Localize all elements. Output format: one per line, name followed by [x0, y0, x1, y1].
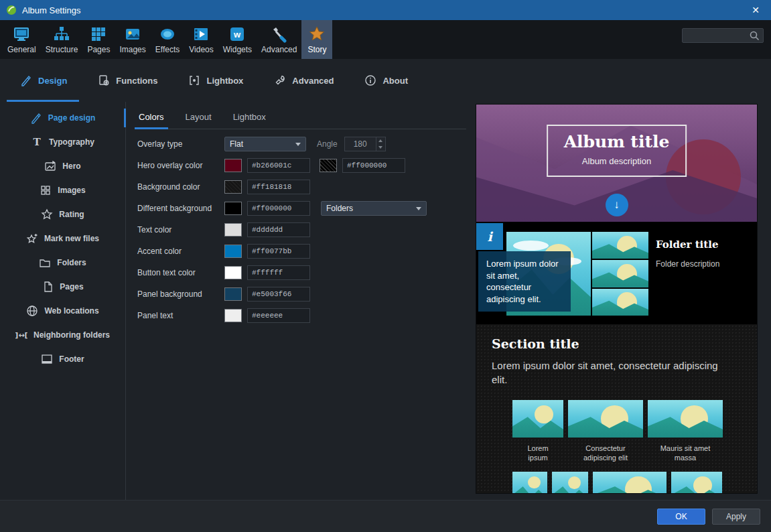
tab-structure-label: Structure: [46, 45, 78, 54]
grid-icon: [40, 184, 52, 196]
tab-lightbox[interactable]: Lightbox: [232, 112, 267, 129]
panel-background-swatch[interactable]: [224, 287, 242, 301]
background-color-swatch[interactable]: [224, 180, 242, 194]
thumbnail-art[interactable]: [593, 472, 667, 494]
window-title: Album Settings: [22, 5, 80, 15]
tab-layout[interactable]: Layout: [184, 112, 213, 129]
angle-spin-buttons[interactable]: [376, 137, 385, 151]
accent-color-hex-input[interactable]: [247, 244, 310, 259]
button-text-color-swatch[interactable]: [224, 266, 242, 279]
ok-button[interactable]: OK: [657, 509, 705, 525]
tab-general[interactable]: General: [3, 20, 41, 59]
folder-overlay-text: Lorem ipsum dolor sit amet, consectetur …: [478, 251, 571, 312]
tab-structure[interactable]: Structure: [41, 20, 83, 59]
different-background-dropdown[interactable]: Folders: [321, 201, 427, 216]
stack-art: [592, 289, 648, 316]
sidebar-item-folders[interactable]: Folders: [0, 251, 125, 275]
sidebar-item-typography[interactable]: T Typography: [0, 130, 125, 154]
sidebar-item-page-design[interactable]: Page design: [0, 106, 125, 130]
chevron-down-icon: [295, 143, 301, 146]
tab-colors[interactable]: Colors: [137, 112, 165, 129]
sidebar-item-label: Folders: [57, 258, 86, 267]
hero-overlay-hex-input[interactable]: [247, 158, 310, 173]
subtab-advanced[interactable]: Advanced: [274, 59, 334, 102]
videos-icon: [192, 25, 210, 43]
text-color-hex-input[interactable]: [247, 222, 310, 237]
sidebar-item-web-locations[interactable]: Web locations: [0, 299, 125, 323]
spin-down-icon[interactable]: [376, 144, 385, 151]
thumbnail-art: [512, 400, 563, 438]
thumbnail-art[interactable]: [671, 472, 722, 494]
design-sidebar: Page design T Typography Hero Images Rat…: [0, 102, 126, 500]
preview-folder-strip: i Lorem ipsum dolor sit amet, consectetu…: [476, 222, 757, 324]
row-panel-background: Panel background: [126, 283, 476, 305]
scroll-down-button[interactable]: ↓: [606, 194, 628, 216]
accent-color-swatch[interactable]: [224, 245, 242, 258]
text-color-swatch[interactable]: [224, 223, 242, 237]
thumbnail[interactable]: Lorem ipsum: [512, 400, 563, 463]
tab-pages[interactable]: Pages: [82, 20, 115, 59]
subtab-about[interactable]: About: [364, 59, 408, 102]
tab-advanced[interactable]: Advanced: [257, 20, 301, 59]
thumbnail-art[interactable]: [552, 472, 588, 494]
different-background-hex-input[interactable]: [247, 201, 310, 216]
sidebar-item-neighboring-folders[interactable]: ]↔[ Neighboring folders: [0, 323, 125, 347]
search-box[interactable]: [682, 28, 764, 43]
info-button[interactable]: i: [476, 223, 503, 250]
button-text-color-hex-input[interactable]: [247, 265, 310, 280]
panel-text-hex-input[interactable]: [247, 308, 310, 323]
preview-section: Section title Lorem ipsum dolor sit amet…: [476, 324, 757, 494]
subtab-functions-label: Functions: [116, 76, 157, 86]
sidebar-item-images[interactable]: Images: [0, 178, 125, 202]
angle-input[interactable]: [345, 137, 376, 151]
svg-text:w: w: [233, 29, 241, 40]
background-color-hex-input[interactable]: [247, 180, 310, 194]
hero-overlay-hex-input-2[interactable]: [342, 158, 405, 173]
sidebar-item-rating[interactable]: Rating: [0, 202, 125, 226]
tab-videos[interactable]: Videos: [184, 20, 218, 59]
star-plus-icon: [26, 232, 38, 245]
widgets-icon: w: [228, 25, 246, 43]
subtab-lightbox[interactable]: Lightbox: [188, 59, 243, 102]
svg-text:]↔[: ]↔[: [15, 331, 27, 340]
sidebar-item-mark-new-files[interactable]: Mark new files: [0, 226, 125, 251]
album-title: Album title: [564, 132, 670, 151]
hero-overlay-swatch-2[interactable]: [320, 159, 337, 172]
info-icon: [364, 74, 376, 86]
panel-text-swatch[interactable]: [224, 309, 242, 322]
tab-effects[interactable]: Effects: [151, 20, 184, 59]
overlay-type-label: Overlay type: [137, 139, 224, 149]
spin-up-icon[interactable]: [376, 137, 385, 144]
chevron-down-icon: [416, 207, 421, 210]
thumbnail-art[interactable]: [512, 472, 547, 494]
panel-background-hex-input[interactable]: [247, 287, 310, 302]
hero-overlay-swatch[interactable]: [224, 159, 242, 172]
sidebar-item-label: Footer: [59, 354, 84, 364]
tab-story[interactable]: Story: [301, 20, 332, 59]
tab-widgets[interactable]: w Widgets: [218, 20, 257, 59]
thumbnail[interactable]: Consectetur adipiscing elit: [568, 400, 643, 463]
effects-icon: [159, 25, 176, 43]
angle-spinner[interactable]: [344, 137, 386, 151]
different-background-swatch[interactable]: [224, 202, 242, 215]
thumbnail[interactable]: Mauris sit amet massa: [648, 400, 723, 463]
panel-text-label: Panel text: [137, 311, 224, 320]
subtab-advanced-label: Advanced: [292, 76, 334, 86]
images-icon: [124, 25, 141, 43]
tab-pages-label: Pages: [87, 45, 110, 54]
sidebar-item-hero[interactable]: Hero: [0, 154, 125, 178]
live-preview: Album title Album description ↓ i Lorem …: [476, 104, 758, 494]
pages-icon: [90, 25, 107, 43]
overlay-type-dropdown[interactable]: Flat: [224, 137, 306, 151]
close-icon[interactable]: ✕: [740, 0, 771, 20]
sidebar-item-footer[interactable]: Footer: [0, 347, 125, 371]
wrench-icon: [274, 74, 286, 86]
search-input[interactable]: [685, 31, 748, 40]
app-logo-icon: [6, 5, 17, 15]
subtab-functions[interactable]: Functions: [98, 59, 157, 102]
sidebar-item-pages[interactable]: Pages: [0, 275, 125, 299]
subtab-design[interactable]: Design: [20, 59, 67, 102]
apply-button[interactable]: Apply: [712, 509, 760, 525]
tab-images[interactable]: Images: [115, 20, 150, 59]
story-icon: [308, 25, 326, 43]
